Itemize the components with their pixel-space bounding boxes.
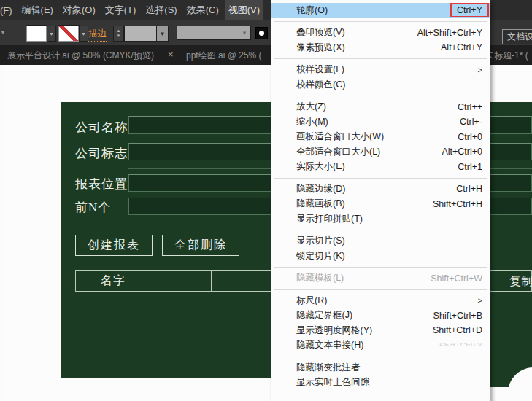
table-header-fragment: 复制 <box>509 274 532 289</box>
menu-item-label: 校样颜色(C) <box>296 79 482 91</box>
menu-item-label: 锁定切片(K) <box>296 250 482 262</box>
company-name-label: 公司名称 <box>75 119 128 136</box>
stroke-weight-stepper[interactable]: ▲▼ <box>113 26 124 42</box>
menu-item-label: 隐藏定界框(J) <box>296 309 433 322</box>
submenu-arrow-icon: > <box>478 296 482 305</box>
menu-item[interactable]: 显示切片(S) <box>271 234 490 249</box>
brush-definition-swatch[interactable] <box>255 27 268 39</box>
menu-item[interactable]: 轮廓(O) Ctrl+Y <box>271 3 490 18</box>
create-report-button: 创建报表 <box>75 235 153 256</box>
menubar-item[interactable]: (F) <box>0 0 16 20</box>
menu-item[interactable]: 放大(Z) Ctrl++ <box>271 100 490 115</box>
menu-item[interactable]: 显示打印拼贴(T) <box>271 211 490 227</box>
menu-separator <box>274 394 487 394</box>
menu-item-label: 放大(Z) <box>296 101 458 113</box>
document-setup-button[interactable]: 文档设 <box>502 29 532 44</box>
menu-item-shortcut: Alt+Shift+Ctrl+Y <box>417 28 482 38</box>
menu-item[interactable]: 缩小(M) Ctrl+- <box>271 114 490 130</box>
menu-item-label: 显示实时上色间隙 <box>296 376 482 389</box>
delete-all-button: 全部删除 <box>162 235 239 256</box>
fill-dropdown-arrow-icon[interactable]: ▼ <box>47 26 56 42</box>
menu-item-shortcut: Shift+Ctrl+W <box>431 273 482 284</box>
illustrator-window: 公司名称 公司标志 报表位置 前N个 创建报表 全部删除 名字 复制 (F)编辑… <box>0 0 532 401</box>
view-dropdown-menu: 轮廓(O) Ctrl+Y 叠印预览(V) Alt+Shift+Ctrl+Y 像素… <box>271 0 490 401</box>
first-n-label: 前N个 <box>75 199 111 216</box>
menu-item[interactable]: 锁定切片(K) <box>271 249 490 264</box>
menu-item[interactable]: 像素预览(X) Alt+Ctrl+Y <box>271 40 490 55</box>
variable-width-dropdown[interactable]: ▼ <box>177 26 251 40</box>
menu-item[interactable]: 显示透明度网格(Y) Shift+Ctrl+D <box>271 323 490 338</box>
menu-item-shortcut: Shift+Ctrl+Y <box>439 341 482 350</box>
menu-item-label: 校样设置(F) <box>296 63 478 76</box>
menu-item[interactable]: 实际大小(E) Ctrl+1 <box>271 160 490 175</box>
menu-separator <box>274 21 487 22</box>
menu-item-shortcut: Ctrl+0 <box>458 132 482 142</box>
menu-item-label: 全部适合窗口大小(L) <box>296 146 442 158</box>
menu-item[interactable]: 校样颜色(C) <box>271 77 490 93</box>
menu-item-label: 标尺(R) <box>296 295 478 307</box>
table-column-divider <box>211 271 212 291</box>
menu-item-label: 像素预览(X) <box>296 42 441 54</box>
dot-icon <box>259 31 264 36</box>
menu-separator <box>274 357 487 357</box>
menu-item-label: 显示打印拼贴(T) <box>296 213 482 225</box>
menu-item-label: 隐藏画板(B) <box>296 198 433 210</box>
menu-separator <box>274 289 487 290</box>
menu-item[interactable]: 标尺(R) > <box>271 293 490 308</box>
clipped-dropdown-arrow-icon[interactable]: ▼ <box>0 29 6 36</box>
stroke-color-swatch[interactable] <box>58 26 79 42</box>
tab-document-1[interactable]: 展示平台设计.ai @ 50% (CMYK/预览) <box>7 50 154 62</box>
fill-color-swatch[interactable] <box>26 26 47 42</box>
stroke-weight-field[interactable] <box>124 26 158 42</box>
menu-item-shortcut: Shift+Ctrl+B <box>433 311 482 321</box>
menubar-item[interactable]: 效果(C) <box>183 0 223 20</box>
menu-item[interactable]: 隐藏渐变批注者 <box>271 360 490 375</box>
menu-separator <box>274 267 487 268</box>
menu-item[interactable]: 叠印预览(V) Alt+Shift+Ctrl+Y <box>271 26 490 41</box>
menubar-item[interactable]: 编辑(E) <box>18 0 57 20</box>
menu-item-shortcut: Shift+Ctrl+D <box>433 325 482 335</box>
menu-item[interactable]: 隐藏定界框(J) Shift+Ctrl+B <box>271 308 490 324</box>
company-logo-label: 公司标志 <box>75 145 128 162</box>
menu-item-label: 隐藏模板(L) <box>296 272 431 284</box>
menu-item[interactable]: 隐藏画板(B) Shift+Ctrl+H <box>271 197 490 212</box>
tab-document-2[interactable]: ppt绘图.ai @ 25% ( <box>186 50 262 62</box>
menu-item-label: 轮廓(O) <box>296 4 450 17</box>
submenu-arrow-icon: > <box>478 66 482 74</box>
stroke-label-link[interactable]: 描边 <box>88 28 107 42</box>
menu-item-label: 缩小(M) <box>296 116 460 128</box>
menubar-item[interactable]: 视图(V) <box>225 0 263 20</box>
close-tab-icon[interactable]: × <box>168 49 174 60</box>
menu-item[interactable]: 显示实时上色间隙 <box>271 375 490 391</box>
menu-item-shortcut: Ctrl+- <box>460 117 482 127</box>
menu-item[interactable]: 全部适合窗口大小(L) Alt+Ctrl+0 <box>271 144 490 160</box>
menu-item-shortcut: Alt+Ctrl+Y <box>441 42 482 52</box>
menu-item-label: 隐藏边缘(D) <box>296 183 456 195</box>
menu-separator <box>274 58 487 59</box>
table-header-name: 名字 <box>76 273 126 289</box>
tab-document-3-fragment[interactable]: 未标题-1* ( <box>485 50 528 62</box>
menu-item[interactable]: 隐藏模板(L) Shift+Ctrl+W <box>271 271 490 287</box>
menu-item-label: 显示透明度网格(Y) <box>296 324 433 337</box>
menu-item-shortcut: Ctrl+Y <box>450 3 489 17</box>
menubar-item[interactable]: 选择(S) <box>142 0 180 20</box>
menu-item-label: 隐藏文本串接(H) <box>296 339 439 351</box>
menu-item[interactable]: 隐藏文本串接(H) Shift+Ctrl+Y <box>271 338 490 354</box>
menubar-item[interactable]: 文字(T) <box>101 0 140 20</box>
menu-item[interactable]: 隐藏边缘(D) Ctrl+H <box>271 182 490 197</box>
menu-separator <box>274 96 487 96</box>
menu-separator <box>274 178 487 179</box>
menu-item[interactable]: 画板适合窗口大小(W) Ctrl+0 <box>271 130 490 145</box>
menu-item-label: 画板适合窗口大小(W) <box>296 131 458 143</box>
menu-item-shortcut: Ctrl+H <box>456 184 482 194</box>
menu-item[interactable]: 校样设置(F) > <box>271 63 490 78</box>
menu-item-label: 显示切片(S) <box>296 235 482 247</box>
menu-item-label: 实际大小(E) <box>296 160 458 173</box>
menu-item-shortcut: Ctrl+1 <box>458 162 482 172</box>
menu-item-label: 隐藏渐变批注者 <box>296 362 482 374</box>
stroke-dropdown-arrow-icon[interactable]: ▼ <box>79 26 88 42</box>
stroke-weight-dropdown-icon[interactable]: ▼ <box>156 26 169 42</box>
menu-item-label: 叠印预览(V) <box>296 26 417 39</box>
menu-item-shortcut: Alt+Ctrl+0 <box>442 147 482 157</box>
menubar-item[interactable]: 对象(O) <box>59 0 99 20</box>
